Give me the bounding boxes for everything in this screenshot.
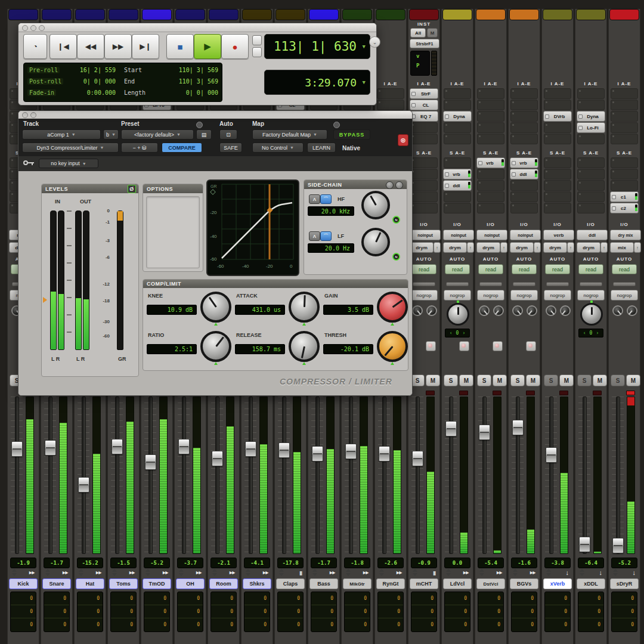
- key-icon[interactable]: [386, 181, 394, 189]
- fade-in-label[interactable]: Fade-in: [27, 89, 56, 96]
- track-name[interactable]: DstVcl: [476, 578, 505, 589]
- track-name[interactable]: Toms: [109, 578, 138, 589]
- post-roll-value[interactable]: 0| 0| 000: [83, 76, 116, 87]
- output-selector[interactable]: drym: [543, 242, 567, 253]
- pan-knob-left[interactable]: [612, 305, 623, 316]
- track-color-bar[interactable]: [175, 9, 205, 20]
- output-selector[interactable]: drym: [410, 242, 434, 253]
- insert-slot-empty[interactable]: [544, 134, 571, 144]
- insert-slot-empty[interactable]: [444, 122, 471, 133]
- track-type-icon[interactable]: ▸▸: [29, 568, 35, 577]
- insert-slot-empty[interactable]: [510, 134, 538, 144]
- record-arm-button[interactable]: [493, 341, 503, 351]
- fader-track[interactable]: [282, 397, 286, 554]
- volume-fader[interactable]: [245, 441, 256, 457]
- insert-Dyna[interactable]: Dyna: [577, 111, 605, 122]
- track-name[interactable]: Snare: [42, 578, 71, 589]
- fader-track[interactable]: [215, 397, 219, 554]
- insert-slot-empty[interactable]: [611, 122, 638, 133]
- send-slot-empty[interactable]: [410, 180, 438, 191]
- length-value[interactable]: 0| 0| 000: [186, 87, 218, 98]
- volume-fader[interactable]: [445, 421, 457, 436]
- close-icon[interactable]: [22, 25, 28, 31]
- track-type-icon[interactable]: ▸▸: [96, 568, 101, 577]
- insert-slot-empty[interactable]: [477, 111, 504, 122]
- nudge-up-icon[interactable]: [279, 569, 284, 572]
- nudge-up-icon[interactable]: [546, 569, 551, 572]
- bypass-button[interactable]: BYPASS: [333, 129, 370, 140]
- track-name[interactable]: TmOD: [143, 578, 171, 589]
- solo-button[interactable]: S: [611, 374, 625, 386]
- playlist-selector[interactable]: b▼: [103, 129, 119, 140]
- knee-knob[interactable]: [200, 292, 231, 323]
- track-color-bar[interactable]: [442, 9, 472, 20]
- track-selector[interactable]: aComp 1▼: [22, 129, 101, 140]
- attack-knob[interactable]: [289, 292, 320, 323]
- track-name[interactable]: BGVs: [510, 578, 538, 589]
- insert-slot-empty[interactable]: [510, 111, 538, 122]
- volume-readout[interactable]: -0.9: [411, 558, 437, 568]
- fader-track[interactable]: [48, 397, 52, 554]
- track-name[interactable]: mCHT: [410, 578, 438, 589]
- insert-slot-empty[interactable]: [477, 88, 504, 99]
- send-slot-empty[interactable]: [477, 191, 504, 202]
- lf-filter-in-button[interactable]: N: [392, 253, 400, 261]
- automation-mode-button[interactable]: read: [512, 264, 537, 274]
- insert-slot-empty[interactable]: [577, 100, 605, 110]
- record-arm-button[interactable]: [426, 341, 436, 351]
- output-selector[interactable]: drym: [476, 242, 500, 253]
- start-value[interactable]: 110| 3| 569: [179, 64, 218, 76]
- nudge-up-icon[interactable]: [513, 569, 518, 572]
- hf-filter-in-button[interactable]: N: [392, 216, 400, 224]
- track-color-bar[interactable]: [543, 9, 572, 20]
- fast-forward-button[interactable]: ▶▶: [104, 34, 132, 59]
- volume-readout[interactable]: -1.8: [344, 558, 370, 568]
- automation-mode-button[interactable]: read: [545, 264, 570, 274]
- track-type-icon[interactable]: ▸▸: [129, 568, 135, 577]
- hf-frequency-knob[interactable]: [361, 191, 390, 219]
- track-color-bar[interactable]: [275, 9, 305, 20]
- plugin-target-button[interactable]: ◎: [398, 134, 408, 146]
- solo-button[interactable]: S: [444, 374, 458, 386]
- sub-counter[interactable]: 3:29.070▼: [264, 70, 370, 95]
- mute-button[interactable]: M: [626, 374, 640, 386]
- lf-frequency-value[interactable]: 20.0 Hz: [308, 243, 354, 253]
- volume-fader[interactable]: [112, 439, 123, 454]
- send-vrb[interactable]: vrb: [476, 157, 505, 168]
- volume-fader[interactable]: [178, 439, 190, 454]
- nudge-down-icon[interactable]: [145, 573, 150, 576]
- nudge-down-icon[interactable]: [212, 573, 217, 576]
- track-name[interactable]: Claps: [276, 578, 305, 589]
- insert-slot-empty[interactable]: [510, 88, 538, 99]
- track-color-bar[interactable]: [75, 9, 105, 20]
- hf-bandpass-button[interactable]: Λ: [309, 194, 320, 204]
- strip-expander-handle[interactable]: [413, 282, 435, 286]
- pan-knob-left[interactable]: [412, 305, 423, 316]
- insert-slot-empty[interactable]: [611, 111, 638, 122]
- track-name[interactable]: Shkrs: [243, 578, 271, 589]
- learn-button[interactable]: LEARN: [307, 143, 336, 153]
- track-type-icon[interactable]: ↓: [566, 568, 569, 577]
- pan-value-display[interactable]: ‹0›: [578, 329, 603, 338]
- counters-expand-button[interactable]: [252, 47, 262, 57]
- post-roll-label[interactable]: Post-roll: [27, 78, 63, 85]
- track-type-icon[interactable]: ▸▸: [330, 568, 335, 577]
- insert-Lo-Fi[interactable]: Lo-Fi: [577, 122, 605, 133]
- clip-indicator[interactable]: [593, 391, 602, 395]
- send-vrb[interactable]: vrb: [510, 157, 538, 168]
- input-selector[interactable]: dry mix: [610, 230, 641, 240]
- volume-fader[interactable]: [412, 451, 423, 466]
- return-to-zero-button[interactable]: ❙◀: [49, 34, 77, 59]
- fader-track[interactable]: [482, 397, 487, 554]
- map-menu-icon[interactable]: [333, 122, 340, 128]
- insert-slot-empty[interactable]: [444, 134, 471, 144]
- send-slot-empty[interactable]: [611, 180, 638, 191]
- nudge-down-icon[interactable]: [179, 573, 184, 576]
- nudge-up-icon[interactable]: [312, 569, 317, 572]
- volume-readout[interactable]: -1.6: [511, 558, 537, 568]
- strip-expander-handle[interactable]: [513, 282, 535, 286]
- nudge-down-icon[interactable]: [79, 573, 83, 576]
- send-slot-empty[interactable]: [510, 203, 538, 213]
- track-type-icon[interactable]: ▸▸: [530, 568, 535, 577]
- record-button[interactable]: ●: [221, 34, 249, 59]
